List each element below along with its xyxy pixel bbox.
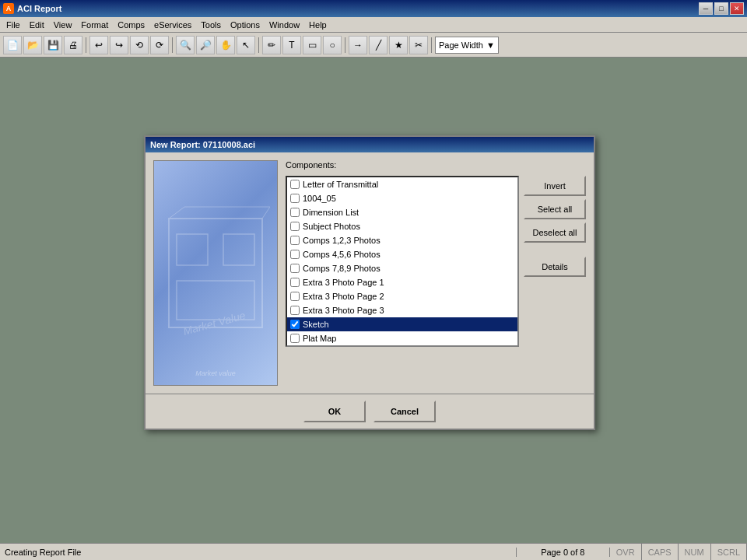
menu-edit[interactable]: Edit bbox=[25, 19, 49, 31]
menu-view[interactable]: View bbox=[49, 19, 77, 31]
app-title: ACI Report bbox=[17, 4, 696, 13]
select-button[interactable]: ↖ bbox=[237, 36, 255, 54]
components-area: OrderTitleLetter of Transmittal1004_05Di… bbox=[286, 176, 586, 386]
separator-1 bbox=[86, 37, 86, 53]
list-item[interactable]: Extra 3 Photo Page 1 bbox=[287, 275, 517, 289]
undo-button[interactable]: ↩ bbox=[89, 36, 108, 54]
components-section: Components: OrderTitleLetter of Transmit… bbox=[286, 160, 586, 386]
list-item[interactable]: Comps 1,2,3 Photos bbox=[287, 233, 517, 247]
invert-button[interactable]: Invert bbox=[524, 176, 586, 196]
close-button[interactable]: ✕ bbox=[730, 2, 744, 15]
menu-comps[interactable]: Comps bbox=[113, 19, 149, 31]
stamp-button[interactable]: ★ bbox=[389, 36, 408, 54]
list-item[interactable]: Subject Photos bbox=[287, 219, 517, 233]
print-button[interactable]: 🖨 bbox=[64, 36, 82, 54]
save-button[interactable]: 💾 bbox=[44, 36, 62, 54]
num-indicator: NUM bbox=[679, 544, 711, 561]
menu-eservices[interactable]: eServices bbox=[149, 19, 196, 31]
list-item[interactable]: 1004_05 bbox=[287, 191, 517, 205]
component-label: Subject Photos bbox=[303, 222, 360, 231]
crop-button[interactable]: ✂ bbox=[409, 36, 428, 54]
svg-rect-1 bbox=[177, 234, 208, 265]
zoom-in-button[interactable]: 🔍 bbox=[176, 36, 195, 54]
list-item[interactable]: Plat Map bbox=[287, 331, 517, 345]
component-checkbox[interactable] bbox=[290, 320, 300, 329]
rotate-left-button[interactable]: ⟲ bbox=[130, 36, 149, 54]
new-button[interactable]: 📄 bbox=[3, 36, 22, 54]
list-item[interactable]: Extra 3 Photo Page 3 bbox=[287, 303, 517, 317]
zoom-dropdown[interactable]: Page Width ▼ bbox=[435, 37, 499, 54]
menu-help[interactable]: Help bbox=[304, 19, 331, 31]
rotate-right-button[interactable]: ⟳ bbox=[150, 36, 169, 54]
toolbar: 📄 📂 💾 🖨 ↩ ↪ ⟲ ⟳ 🔍 🔎 ✋ ↖ ✏ T ▭ ○ → ╱ ★ ✂ … bbox=[0, 33, 747, 58]
components-label: Components: bbox=[286, 160, 586, 170]
menu-window[interactable]: Window bbox=[265, 19, 304, 31]
component-checkbox[interactable] bbox=[290, 222, 300, 231]
select-all-button[interactable]: Select all bbox=[524, 199, 586, 219]
component-checkbox[interactable] bbox=[290, 180, 300, 189]
component-checkbox[interactable] bbox=[290, 236, 300, 245]
status-bar: Creating Report File Page 0 of 8 OVR CAP… bbox=[0, 543, 747, 560]
deselect-all-button[interactable]: Deselect all bbox=[524, 222, 586, 243]
list-item[interactable]: Comps 4,5,6 Photos bbox=[287, 247, 517, 261]
component-label: Extra 3 Photo Page 1 bbox=[303, 278, 384, 287]
list-item[interactable]: Comps 7,8,9 Photos bbox=[287, 261, 517, 275]
svg-rect-0 bbox=[169, 219, 262, 327]
component-checkbox[interactable] bbox=[290, 306, 300, 315]
app-icon: A bbox=[3, 3, 14, 14]
text-button[interactable]: T bbox=[282, 36, 301, 54]
component-checkbox[interactable] bbox=[290, 194, 300, 203]
menu-format[interactable]: Format bbox=[76, 19, 113, 31]
menu-tools[interactable]: Tools bbox=[196, 19, 226, 31]
list-item[interactable]: Dimension List bbox=[287, 205, 517, 219]
svg-line-5 bbox=[262, 207, 270, 219]
menu-file[interactable]: File bbox=[2, 19, 25, 31]
hand-button[interactable]: ✋ bbox=[216, 36, 235, 54]
menu-options[interactable]: Options bbox=[226, 19, 265, 31]
draw-button[interactable]: ✏ bbox=[262, 36, 281, 54]
component-checkbox[interactable] bbox=[290, 250, 300, 259]
component-checkbox[interactable] bbox=[290, 208, 300, 217]
status-indicators: OVR CAPS NUM SCRL bbox=[610, 544, 747, 561]
component-checkbox[interactable] bbox=[290, 334, 300, 343]
list-item[interactable]: Extra 3 Photo Page 2 bbox=[287, 289, 517, 303]
restore-button[interactable]: □ bbox=[714, 2, 728, 15]
component-checkbox[interactable] bbox=[290, 278, 300, 287]
component-label: Dimension List bbox=[303, 208, 359, 217]
minimize-button[interactable]: ─ bbox=[699, 2, 713, 15]
dialog-body: Market Value Market value Components: Or… bbox=[146, 152, 594, 394]
title-bar: A ACI Report ─ □ ✕ bbox=[0, 0, 747, 17]
rect-button[interactable]: ▭ bbox=[303, 36, 321, 54]
list-item[interactable]: Letter of Transmittal bbox=[287, 177, 517, 191]
line-button[interactable]: ╱ bbox=[369, 36, 388, 54]
svg-text:Market Value: Market Value bbox=[182, 309, 247, 338]
separator-4 bbox=[345, 37, 345, 53]
details-button[interactable]: Details bbox=[524, 257, 586, 277]
list-item[interactable]: Sketch bbox=[287, 317, 517, 331]
separator-2 bbox=[172, 37, 173, 53]
ovr-indicator: OVR bbox=[610, 544, 642, 561]
preview-panel: Market Value Market value bbox=[153, 160, 278, 386]
ellipse-button[interactable]: ○ bbox=[323, 36, 342, 54]
cancel-button[interactable]: Cancel bbox=[374, 401, 436, 422]
scrl-indicator: SCRL bbox=[711, 544, 747, 561]
arrow-button[interactable]: → bbox=[349, 36, 367, 54]
components-list-container: OrderTitleLetter of Transmittal1004_05Di… bbox=[286, 176, 519, 347]
redo-button[interactable]: ↪ bbox=[110, 36, 128, 54]
dialog-title-bar: New Report: 07110008.aci bbox=[146, 137, 594, 152]
components-list-scroll[interactable]: OrderTitleLetter of Transmittal1004_05Di… bbox=[287, 177, 517, 345]
preview-sketch-icon: Market Value bbox=[161, 203, 270, 343]
zoom-label: Page Width bbox=[439, 40, 483, 50]
zoom-out-button[interactable]: 🔎 bbox=[196, 36, 215, 54]
preview-overlay: Market Value Market value bbox=[154, 161, 277, 385]
ok-button[interactable]: OK bbox=[303, 401, 366, 422]
status-message: Creating Report File bbox=[0, 548, 517, 557]
new-report-dialog: New Report: 07110008.aci Market Value bbox=[144, 135, 595, 430]
dialog-footer: OK Cancel bbox=[146, 394, 594, 429]
component-checkbox[interactable] bbox=[290, 264, 300, 273]
component-checkbox[interactable] bbox=[290, 292, 300, 301]
component-label: 1004_05 bbox=[303, 194, 336, 203]
open-button[interactable]: 📂 bbox=[23, 36, 42, 54]
main-area: New Report: 07110008.aci Market Value bbox=[0, 58, 747, 543]
component-label: Plat Map bbox=[303, 334, 336, 343]
